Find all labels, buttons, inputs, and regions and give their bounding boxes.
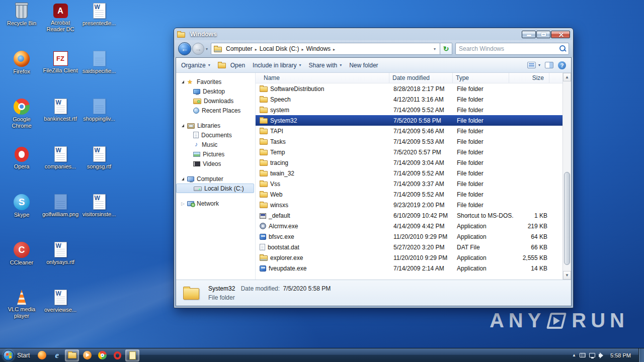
vertical-scrollbar[interactable]: ▲ ▼ [562,73,571,280]
sidebar-item-recent-places[interactable]: Recent Places [176,106,255,115]
recent-pages-chevron-icon[interactable]: ▾ [206,47,208,51]
column-header-name[interactable]: Name [256,73,389,83]
desktop-icon-songsg-rtf[interactable]: songsg.rtf [80,146,118,170]
taskbar-button-ie[interactable] [50,349,64,361]
desktop-icon-presentedle[interactable]: presentedle... [80,3,118,27]
file-row-default[interactable]: _default6/10/2009 10:42 PMShortcut to MS… [256,210,562,221]
desktop-icon-skype[interactable]: Skype [3,194,40,218]
twisty-icon[interactable]: ▷ [180,201,186,206]
maximize-button[interactable] [536,31,550,38]
file-row-explorer-exe[interactable]: explorer.exe11/20/2010 9:29 PMApplicatio… [256,252,562,263]
desktop-icon-bankincest-rtf[interactable]: bankincest.rtf [42,99,79,122]
desktop-icon-firefox[interactable]: Firefox [3,51,40,75]
forward-button[interactable]: → [192,43,204,55]
sidebar-item-desktop[interactable]: Desktop [176,86,255,96]
file-row-alcrmv-exe[interactable]: Alcrmv.exe4/14/2009 4:42 PMApplication21… [256,221,562,231]
twisty-icon[interactable] [180,80,186,83]
desktop-icon-vlc-media-player[interactable]: VLC media player [3,290,40,319]
file-row-twain-32[interactable]: twain_327/14/2009 5:52 AMFile folder [256,168,562,178]
address-bar[interactable]: Computer▸Local Disk (C:)▸Windows▸ ▾ [211,43,440,55]
breadcrumb-item-local-disk-c[interactable]: Local Disk (C:) [258,45,301,53]
network-icon[interactable] [589,353,595,357]
breadcrumb-item-computer[interactable]: Computer [224,45,254,53]
taskbar-button-explorer[interactable] [65,349,79,361]
search-input[interactable] [456,45,557,52]
search-box[interactable] [455,43,569,55]
volume-icon[interactable] [599,352,605,358]
scroll-up-button[interactable]: ▲ [563,73,571,81]
file-row-tasks[interactable]: Tasks7/14/2009 5:53 AMFile folder [256,136,562,147]
desktop-icon-google-chrome[interactable]: Google Chrome [3,99,40,129]
file-row-tapi[interactable]: TAPI7/14/2009 5:46 AMFile folder [256,126,562,136]
desktop-icon-shoppingliv[interactable]: shoppingliv... [80,99,118,122]
taskbar-button-chrome[interactable] [95,349,109,361]
desktop-icon-saidspecifie[interactable]: saidspecifie... [80,51,118,74]
sidebar-item-music[interactable]: ♪Music [176,140,255,149]
desktop-icon-filezilla-client[interactable]: FileZilla Client [42,51,79,74]
sidebar-item-documents[interactable]: Documents [176,130,255,140]
address-dropdown-chevron-icon[interactable]: ▾ [432,47,437,51]
preview-pane-button[interactable] [545,62,553,68]
twisty-icon[interactable] [180,124,186,127]
twisty-icon[interactable] [180,177,186,180]
file-row-system32[interactable]: System327/5/2020 5:58 PMFile folder [256,115,562,126]
scroll-down-button[interactable]: ▼ [563,271,571,280]
sidebar-item-videos[interactable]: Videos [176,159,255,168]
breadcrumb-item-windows[interactable]: Windows [304,45,332,53]
sidebar-item-downloads[interactable]: Downloads [176,96,255,106]
column-header-size[interactable]: Size [509,73,549,83]
close-button[interactable] [551,31,570,38]
minimize-button[interactable] [522,31,536,38]
file-row-tracing[interactable]: tracing7/14/2009 3:04 AMFile folder [256,157,562,168]
desktop-icon-acrobat-reader-dc[interactable]: Acrobat Reader DC [42,3,79,33]
sidebar-item-local-disk-c[interactable]: Local Disk (C:) [176,184,254,193]
window-titlebar[interactable]: Windows [174,28,573,40]
file-row-fveupdate-exe[interactable]: fveupdate.exe7/14/2009 2:14 AMApplicatio… [256,263,562,274]
file-row-web[interactable]: Web7/14/2009 5:52 AMFile folder [256,189,562,200]
search-icon[interactable] [557,44,568,54]
file-row-temp[interactable]: Temp7/5/2020 5:57 PMFile folder [256,147,562,157]
column-header-date-modified[interactable]: Date modified [389,73,453,83]
taskbar-button-media[interactable] [80,349,94,361]
taskbar-button-sample[interactable] [125,349,139,361]
refresh-button[interactable]: ↻ [440,43,452,55]
taskbar-button-opera[interactable] [110,349,124,361]
sidebar-root-libraries[interactable]: Libraries [176,121,255,130]
help-button[interactable]: ? [558,61,566,69]
share-with-button[interactable]: Share with ▾ [308,62,342,69]
file-row-winsxs[interactable]: winsxs9/23/2019 2:00 PMFile folder [256,200,562,210]
desktop-icon-visitorsinste[interactable]: visitorsinste... [80,194,118,218]
desktop-icon-ccleaner[interactable]: CCleaner [3,242,40,266]
file-row-bfsvc-exe[interactable]: bfsvc.exe11/20/2010 9:29 PMApplication64… [256,231,562,242]
scrollbar-thumb[interactable] [564,172,570,265]
show-desktop-button[interactable] [638,348,644,362]
sidebar-root-favorites[interactable]: ★Favorites [176,77,255,86]
desktop-icon-recycle-bin[interactable]: Recycle Bin [3,3,40,27]
organize-button[interactable]: Organize ▾ [181,62,210,69]
desktop-icon-overviewse[interactable]: overviewse... [42,290,79,313]
show-hidden-icons-button[interactable]: ▲ [572,353,576,357]
open-button[interactable]: Open [218,62,245,69]
sidebar-item-pictures[interactable]: Pictures [176,149,255,159]
file-row-vss[interactable]: Vss7/14/2009 3:37 AMFile folder [256,178,562,189]
back-button[interactable]: ← [178,42,191,55]
new-folder-button[interactable]: New folder [349,62,378,69]
taskbar-clock[interactable]: 5:58 PM [610,352,631,358]
taskbar-button-firefox[interactable] [35,349,49,361]
column-header-type[interactable]: Type [453,73,509,83]
sidebar-root-computer[interactable]: Computer [176,174,255,184]
keyboard-indicator-icon[interactable] [580,353,586,357]
file-row-system[interactable]: system7/14/2009 5:52 AMFile folder [256,105,562,115]
desktop-icon-opera[interactable]: Opera [3,146,40,170]
include-in-library-button[interactable]: Include in library ▾ [253,62,301,69]
file-row-bootstat-dat[interactable]: bootstat.dat5/27/2020 3:20 PMDAT File66 … [256,242,562,252]
file-row-softwaredistribution[interactable]: SoftwareDistribution8/28/2018 2:17 PMFil… [256,83,562,94]
desktop-icon-label: overviewse... [42,307,79,313]
file-row-speech[interactable]: Speech4/12/2011 3:16 AMFile folder [256,94,562,105]
desktop-icon-golfwilliam-png[interactable]: golfwilliam.png [42,194,79,218]
start-button[interactable]: Start [0,348,34,362]
sidebar-root-network[interactable]: ▷Network [176,199,255,208]
desktop-icon-onlysays-rtf[interactable]: onlysays.rtf [42,242,79,265]
desktop-icon-companies[interactable]: companies... [42,146,79,170]
change-view-button[interactable]: ▾ [527,62,540,68]
